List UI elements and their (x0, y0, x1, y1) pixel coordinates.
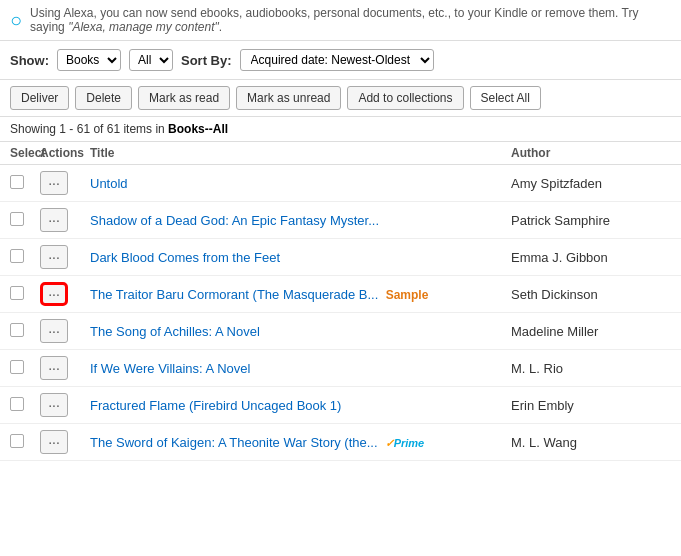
col-actions: Actions (40, 146, 90, 160)
book-title[interactable]: Untold (90, 176, 128, 191)
row-checkbox[interactable] (10, 360, 24, 374)
select-all-button[interactable]: Select All (470, 86, 541, 110)
col-author: Author (511, 146, 671, 160)
prime-badge: ✓Prime (382, 437, 425, 449)
all-select[interactable]: All (129, 49, 173, 71)
showing-text: Showing 1 - 61 of 61 items in Books--All (0, 117, 681, 142)
book-title[interactable]: Dark Blood Comes from the Feet (90, 250, 280, 265)
row-checkbox[interactable] (10, 175, 24, 189)
table-row: ···The Song of Achilles: A NovelMadeline… (0, 313, 681, 350)
table-row: ···Dark Blood Comes from the FeetEmma J.… (0, 239, 681, 276)
book-author: Amy Spitzfaden (511, 176, 671, 191)
book-author: Erin Embly (511, 398, 671, 413)
deliver-button[interactable]: Deliver (10, 86, 69, 110)
action-dots-button[interactable]: ··· (40, 319, 68, 343)
table-header: Select Actions Title Author (0, 142, 681, 165)
row-checkbox[interactable] (10, 286, 24, 300)
show-select[interactable]: Books All (57, 49, 121, 71)
top-banner: ○ Using Alexa, you can now send ebooks, … (0, 0, 681, 41)
table-row: ···The Traitor Baru Cormorant (The Masqu… (0, 276, 681, 313)
controls-row: Show: Books All All Sort By: Acquired da… (0, 41, 681, 80)
sample-badge: Sample (382, 288, 428, 302)
sort-label: Sort By: (181, 53, 232, 68)
action-dots-button[interactable]: ··· (40, 171, 68, 195)
book-title[interactable]: Fractured Flame (Firebird Uncaged Book 1… (90, 398, 341, 413)
book-list: ···UntoldAmy Spitzfaden···Shadow of a De… (0, 165, 681, 461)
mark-as-unread-button[interactable]: Mark as unread (236, 86, 341, 110)
action-dots-button[interactable]: ··· (40, 356, 68, 380)
show-label: Show: (10, 53, 49, 68)
add-to-collections-button[interactable]: Add to collections (347, 86, 463, 110)
action-bar: Deliver Delete Mark as read Mark as unre… (0, 80, 681, 117)
action-dots-button[interactable]: ··· (40, 430, 68, 454)
row-checkbox[interactable] (10, 323, 24, 337)
table-row: ···Shadow of a Dead God: An Epic Fantasy… (0, 202, 681, 239)
table-row: ···Fractured Flame (Firebird Uncaged Boo… (0, 387, 681, 424)
book-author: Patrick Samphire (511, 213, 671, 228)
book-author: Emma J. Gibbon (511, 250, 671, 265)
book-title[interactable]: If We Were Villains: A Novel (90, 361, 250, 376)
book-author: M. L. Rio (511, 361, 671, 376)
book-title[interactable]: The Traitor Baru Cormorant (The Masquera… (90, 287, 378, 302)
alexa-icon: ○ (10, 9, 22, 32)
banner-text: Using Alexa, you can now send ebooks, au… (30, 6, 671, 34)
action-dots-button[interactable]: ··· (40, 208, 68, 232)
col-select: Select (10, 146, 40, 160)
sort-select[interactable]: Acquired date: Newest-Oldest (240, 49, 434, 71)
book-author: M. L. Wang (511, 435, 671, 450)
table-row: ···The Sword of Kaigen: A Theonite War S… (0, 424, 681, 461)
book-title[interactable]: The Song of Achilles: A Novel (90, 324, 260, 339)
col-title: Title (90, 146, 511, 160)
delete-button[interactable]: Delete (75, 86, 132, 110)
mark-as-read-button[interactable]: Mark as read (138, 86, 230, 110)
row-checkbox[interactable] (10, 212, 24, 226)
table-row: ···If We Were Villains: A NovelM. L. Rio (0, 350, 681, 387)
row-checkbox[interactable] (10, 434, 24, 448)
action-dots-button[interactable]: ··· (40, 393, 68, 417)
book-author: Seth Dickinson (511, 287, 671, 302)
row-checkbox[interactable] (10, 249, 24, 263)
table-row: ···UntoldAmy Spitzfaden (0, 165, 681, 202)
book-title[interactable]: The Sword of Kaigen: A Theonite War Stor… (90, 435, 378, 450)
filter-text: Books--All (168, 122, 228, 136)
book-title[interactable]: Shadow of a Dead God: An Epic Fantasy My… (90, 213, 379, 228)
action-dots-button[interactable]: ··· (40, 245, 68, 269)
action-dots-button[interactable]: ··· (40, 282, 68, 306)
row-checkbox[interactable] (10, 397, 24, 411)
book-author: Madeline Miller (511, 324, 671, 339)
